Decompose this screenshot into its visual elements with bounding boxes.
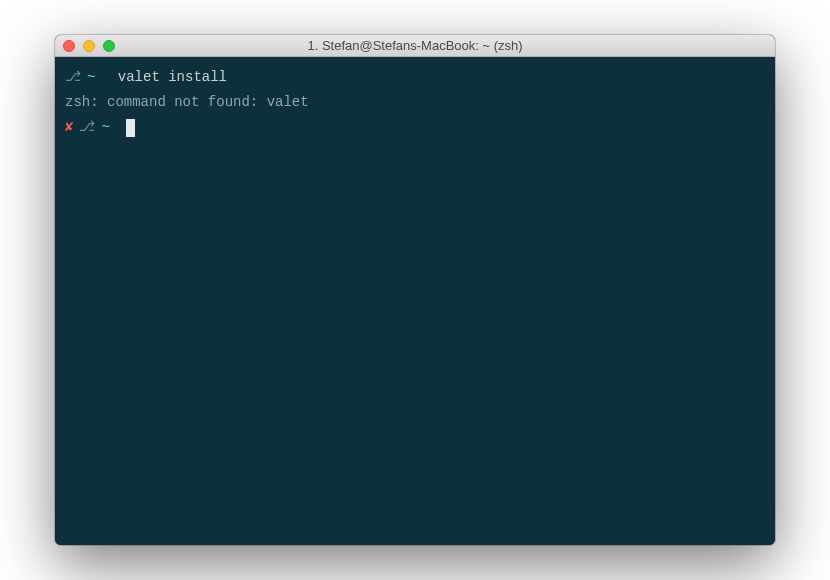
maximize-icon[interactable]	[103, 40, 115, 52]
prompt-line-2: ✘ ⎇ ~	[65, 115, 765, 140]
prompt-path: ~	[101, 115, 109, 140]
git-branch-icon: ⎇	[79, 115, 95, 140]
prompt-line-1: ⎇ ~ valet install	[65, 65, 765, 90]
minimize-icon[interactable]	[83, 40, 95, 52]
cursor	[126, 119, 135, 137]
terminal-window: 1. Stefan@Stefans-MacBook: ~ (zsh) ⎇ ~ v…	[55, 35, 775, 545]
error-status-icon: ✘	[65, 115, 73, 140]
error-output: zsh: command not found: valet	[65, 90, 309, 115]
output-line: zsh: command not found: valet	[65, 90, 765, 115]
command-text: valet install	[109, 65, 227, 90]
prompt-path: ~	[87, 65, 95, 90]
titlebar[interactable]: 1. Stefan@Stefans-MacBook: ~ (zsh)	[55, 35, 775, 57]
close-icon[interactable]	[63, 40, 75, 52]
git-branch-icon: ⎇	[65, 65, 81, 90]
window-title: 1. Stefan@Stefans-MacBook: ~ (zsh)	[55, 38, 775, 53]
terminal-body[interactable]: ⎇ ~ valet install zsh: command not found…	[55, 57, 775, 545]
traffic-lights	[55, 40, 115, 52]
